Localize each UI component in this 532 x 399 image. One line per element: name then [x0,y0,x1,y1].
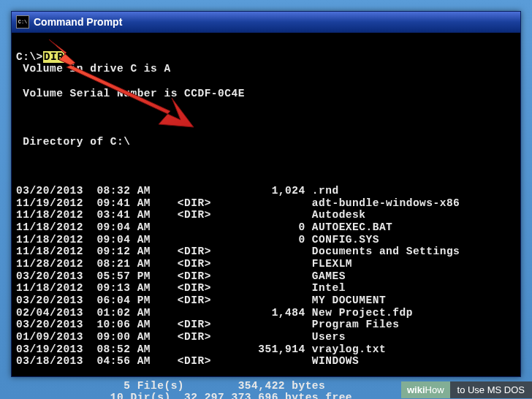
listing-row: 11/18/2012 03:41 AM <DIR> Autodesk [16,209,516,221]
command-prompt-window: C:\ Command Prompt C:\>DIR Volume in dri… [11,11,521,377]
listing-row: 03/18/2013 04:56 AM <DIR> WINDOWS [16,355,516,368]
directory-line: Directory of C:\ [16,136,516,148]
prompt: C:\> [16,51,43,63]
volume-line: Volume in drive C is A [16,63,516,75]
listing-row: 11/28/2012 08:21 AM <DIR> FLEXLM [16,258,516,270]
listing-row: 11/18/2012 09:12 AM <DIR> Documents and … [16,246,516,258]
listing-row: 11/19/2012 09:41 AM <DIR> adt-bundle-win… [16,197,516,210]
listing-row: 01/09/2013 09:00 AM <DIR> Users [16,331,516,343]
watermark: wikiHow to Use MS DOS [401,380,532,399]
window-title: Command Prompt [34,16,122,28]
command-dir: DIR [43,51,65,63]
listing-row: 11/18/2012 09:13 AM <DIR> Intel [16,282,516,294]
listing-row: 03/19/2013 08:52 AM 351,914 vraylog.txt [16,343,516,356]
listing-row: 11/18/2012 09:04 AM 0 CONFIG.SYS [16,234,516,246]
terminal-output[interactable]: C:\>DIR Volume in drive C is A Volume Se… [12,33,520,399]
listing-row: 11/18/2012 09:04 AM 0 AUTOEXEC.BAT [16,221,516,234]
cmd-icon: C:\ [16,15,29,28]
listing-row: 02/04/2013 01:02 AM 1,484 New Project.fd… [16,307,516,319]
listing-row: 03/20/2013 08:32 AM 1,024 .rnd [16,185,516,197]
directory-listing: 03/20/2013 08:32 AM 1,024 .rnd11/19/2012… [16,185,516,368]
listing-row: 03/20/2013 10:06 AM <DIR> Program Files [16,319,516,331]
listing-row: 03/20/2013 06:04 PM <DIR> MY DOCUMENT [16,294,516,307]
blank-line [16,161,516,173]
blank-line [16,112,516,124]
watermark-brand: wikiHow [401,381,450,398]
titlebar[interactable]: C:\ Command Prompt [12,12,520,33]
watermark-caption: to Use MS DOS [450,381,532,398]
serial-line: Volume Serial Number is CCDF-0C4E [16,88,516,100]
listing-row: 03/20/2013 05:57 PM <DIR> GAMES [16,270,516,283]
